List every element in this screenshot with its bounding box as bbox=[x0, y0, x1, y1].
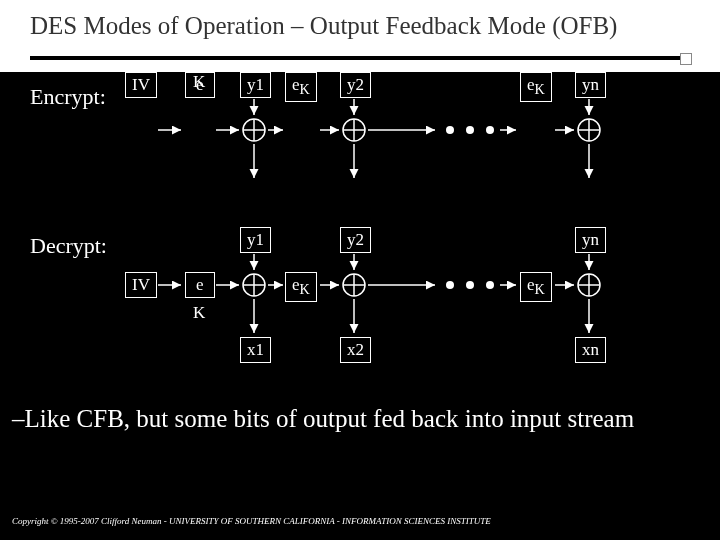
decrypt-diagram: Decrypt: y1 y2 yn IV e K eK eK x1 x2 xn bbox=[30, 237, 690, 387]
decrypt-arrows bbox=[30, 237, 690, 387]
bullet-text: –Like CFB, but some bits of output fed b… bbox=[12, 405, 714, 433]
svg-point-35 bbox=[466, 281, 474, 289]
encrypt-arrows bbox=[30, 72, 690, 237]
svg-point-34 bbox=[446, 281, 454, 289]
svg-point-9 bbox=[446, 126, 454, 134]
copyright: Copyright © 1995-2007 Clifford Neuman - … bbox=[12, 516, 491, 526]
encrypt-diagram: Encrypt: x1 x2 xn IV e K eK eK y1 y2 yn bbox=[30, 72, 690, 237]
svg-point-11 bbox=[486, 126, 494, 134]
title-separator bbox=[0, 48, 720, 72]
svg-point-36 bbox=[486, 281, 494, 289]
page-title: DES Modes of Operation – Output Feedback… bbox=[0, 0, 720, 48]
svg-point-10 bbox=[466, 126, 474, 134]
